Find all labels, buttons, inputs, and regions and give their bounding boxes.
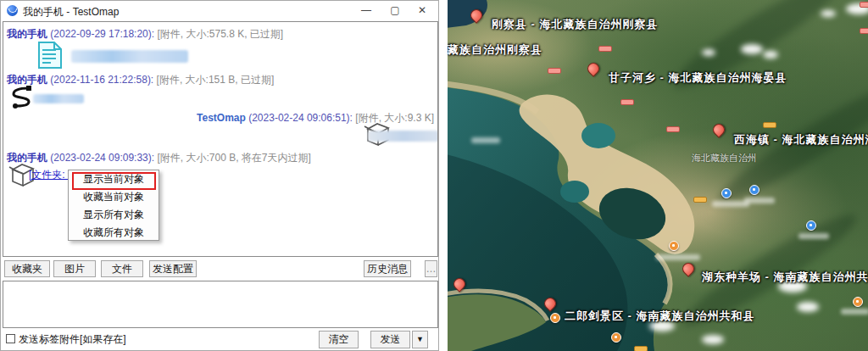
- message-time: (2023-02-24 09:09:33):: [50, 152, 154, 164]
- menu-item-collect-all[interactable]: 收藏所有对象: [69, 224, 159, 242]
- cloud: [702, 49, 715, 56]
- history-button[interactable]: 历史消息: [364, 260, 411, 277]
- clear-button[interactable]: 清空: [319, 331, 359, 348]
- compose-input[interactable]: [3, 281, 438, 328]
- poi-text-blur: [656, 254, 700, 260]
- poi-icon: [749, 185, 760, 195]
- menu-item-show-all[interactable]: 显示所有对象: [69, 206, 159, 224]
- send-tag-attachment-checkbox[interactable]: [6, 334, 15, 343]
- cloud: [702, 335, 724, 344]
- road-label-chip: [666, 126, 680, 132]
- poi-icon: [806, 220, 816, 231]
- map-marker-label: 湖东种羊场 - 海南藏族自治州共和县: [702, 270, 868, 285]
- road-label-chip: [548, 68, 561, 74]
- map-marker-label-partial: 北藏族自治州刚察县: [448, 42, 542, 58]
- tile-label: 海北藏族自治州: [692, 152, 757, 164]
- road-label-chip: [763, 122, 776, 128]
- map-marker-label: 甘子河乡 - 海北藏族自治州海晏县: [609, 70, 787, 86]
- message-header: 我的手机 (2022-11-16 21:22:58): [附件, 大小:151 …: [7, 73, 274, 87]
- poi-text-blur: [744, 198, 775, 203]
- app-logo-icon: [7, 5, 18, 16]
- map-marker-label: 二郎剑景区 - 海南藏族自治州共和县: [565, 309, 755, 324]
- poi-icon: [550, 313, 560, 323]
- files-button[interactable]: 文件: [101, 260, 143, 277]
- message-header: 我的手机 (2022-09-29 17:18:20): [附件, 大小:575.…: [7, 27, 283, 42]
- cloud: [741, 44, 763, 54]
- poi-text-blur: [798, 233, 829, 239]
- poi-icon: [853, 297, 863, 307]
- poi-icon: [721, 188, 732, 198]
- poi-text-blur: [841, 309, 868, 315]
- attachment-info: [附件, 大小:575.8 K, 已过期]: [157, 28, 283, 40]
- document-attachment-icon[interactable]: [36, 41, 64, 70]
- window-title: 我的手机 - TestOmap: [23, 5, 119, 20]
- redacted-filename: [368, 131, 438, 142]
- redacted-filename: [71, 50, 188, 63]
- redacted-filename: [33, 94, 84, 103]
- message-sender: 我的手机: [7, 28, 47, 40]
- road-label-chip: [634, 346, 648, 351]
- message-list[interactable]: 我的手机 (2022-09-29 17:18:20): [附件, 大小:575.…: [3, 21, 438, 257]
- road-label-chip: [693, 197, 707, 203]
- title-bar: 我的手机 - TestOmap — ▢ ✕: [1, 1, 438, 20]
- maximize-icon[interactable]: ▢: [381, 1, 409, 20]
- attachment-info: [附件, 大小:151 B, 已过期]: [157, 74, 275, 86]
- route-attachment-icon[interactable]: [10, 85, 32, 109]
- satellite-map[interactable]: 海北藏族自治州 北藏族自治州刚察县 刚察县 - 海北藏族自治州刚察县 甘子河乡 …: [448, 0, 868, 351]
- message-sender: TestOmap: [197, 112, 246, 124]
- images-button[interactable]: 图片: [53, 260, 96, 277]
- map-marker-label: 刚察县 - 海北藏族自治州刚察县: [492, 17, 659, 32]
- menu-item-collect-current[interactable]: 收藏当前对象: [69, 188, 159, 206]
- favorites-button[interactable]: 收藏夹: [4, 260, 50, 277]
- message-header: TestOmap (2023-02-24 09:06:51): [附件, 大小:…: [197, 111, 434, 125]
- send-options-dropdown[interactable]: ▼: [412, 331, 428, 348]
- minimize-icon[interactable]: —: [352, 1, 381, 20]
- message-sender: 我的手机: [7, 74, 47, 86]
- road-label-chip: [860, 28, 868, 34]
- road-label-chip: [620, 99, 634, 105]
- poi-icon: [611, 332, 621, 343]
- chat-window: 我的手机 - TestOmap — ▢ ✕ 我的手机 (2022-09-29 1…: [0, 0, 439, 351]
- map-marker-label: 西海镇 - 海北藏族自治州海晏县: [734, 132, 868, 148]
- send-config-button[interactable]: 发送配置: [149, 260, 197, 277]
- poi-icon: [669, 241, 679, 251]
- road-label-chip: [860, 2, 868, 8]
- checkbox-label: 发送标签附件[如果存在]: [19, 332, 126, 347]
- context-menu: 显示当前对象 收藏当前对象 显示所有对象 收藏所有对象: [68, 170, 159, 241]
- cloud: [797, 302, 819, 312]
- cloud: [821, 10, 836, 17]
- attachment-info: [附件, 大小:700 B, 将在7天内过期]: [157, 152, 310, 164]
- message-time: (2022-09-29 17:18:20):: [50, 28, 154, 40]
- send-button[interactable]: 发送: [370, 331, 410, 348]
- screenshot-stage: 我的手机 - TestOmap — ▢ ✕ 我的手机 (2022-09-29 1…: [0, 0, 868, 351]
- message-header: 我的手机 (2023-02-24 09:09:33): [附件, 大小:700 …: [7, 151, 311, 165]
- close-icon[interactable]: ✕: [408, 1, 437, 20]
- lake-name-blur: [471, 137, 500, 143]
- road-label-chip: [598, 46, 612, 52]
- message-time: (2023-02-24 09:06:51):: [248, 112, 353, 124]
- more-button[interactable]: …: [425, 260, 437, 277]
- menu-item-show-current[interactable]: 显示当前对象: [69, 170, 159, 188]
- cloud: [763, 51, 778, 58]
- message-time: (2022-11-16 21:22:58):: [50, 74, 153, 86]
